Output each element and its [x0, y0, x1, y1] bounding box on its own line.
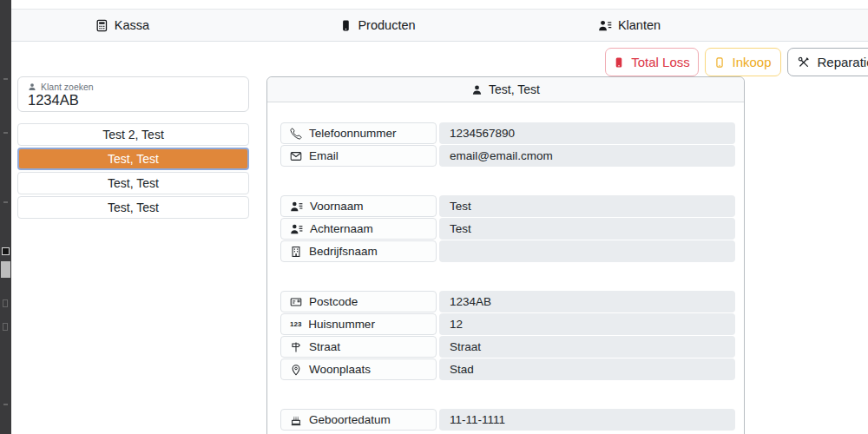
envelope-icon [290, 150, 302, 162]
client-list-item[interactable]: Test, Test [17, 172, 249, 194]
field-label-text: Huisnummer [308, 318, 375, 331]
geo-pin-icon [290, 364, 302, 376]
nav-tab-label: Producten [358, 18, 415, 32]
strip-swatch-icon [2, 247, 10, 255]
field-value [439, 240, 735, 262]
field-row-bedrijfsnaam: Bedrijfsnaam [280, 240, 735, 262]
field-row-achternaam: Achternaam Test [280, 218, 735, 240]
name-group: Voornaam Test Achternaam Test [280, 195, 735, 262]
app-window: Kassa Producten Klanten [0, 0, 868, 434]
field-row-email: Email email@email.cmom [280, 145, 735, 167]
nav-tab-kassa[interactable]: Kassa [95, 10, 149, 41]
field-label: Postcode [280, 291, 437, 312]
client-list: Test 2, Test Test, Test Test, Test Test,… [17, 123, 249, 220]
numbers-123-icon: 123 [290, 321, 301, 328]
field-label: 123 Huisnummer [280, 313, 437, 335]
field-label: Bedrijfsnaam [280, 240, 437, 262]
phone-fill-icon [339, 19, 352, 32]
person-lines-icon [290, 201, 303, 213]
field-value: 1234567890 [439, 122, 735, 144]
field-row-telefoonnummer: Telefoonnummer 1234567890 [280, 122, 735, 144]
reparatie-button[interactable]: Reparatie [787, 48, 868, 76]
field-label-text: Voornaam [310, 200, 364, 213]
field-label-text: Geboortedatum [309, 413, 391, 426]
button-label: Inkoop [732, 55, 771, 69]
strip-glyph [3, 323, 8, 331]
field-label: Achternaam [280, 218, 437, 240]
field-label-text: Achternaam [310, 222, 373, 235]
field-label: Email [280, 145, 437, 167]
field-row-geboortedatum: Geboortedatum 11-11-1111 [280, 409, 735, 431]
client-search-card: Klant zoeken [17, 76, 249, 112]
client-detail-title: Test, Test [489, 82, 540, 96]
field-label-text: Postcode [309, 295, 358, 308]
field-label-text: Bedrijfsnaam [309, 245, 378, 258]
phone-outline-icon [714, 56, 725, 69]
signpost-icon [290, 341, 302, 353]
field-value: Straat [439, 336, 735, 358]
field-value: Test [439, 195, 735, 217]
client-detail-card: Test, Test Telefoonnummer 1234567890 [266, 76, 745, 434]
total-loss-button[interactable]: Total Loss [605, 48, 699, 76]
birthdate-group: Geboortedatum 11-11-1111 [280, 409, 735, 431]
client-detail-header: Test, Test [267, 77, 744, 102]
telephone-icon [290, 128, 302, 140]
inkoop-button[interactable]: Inkoop [705, 48, 781, 76]
postcard-icon [290, 296, 302, 308]
strip-glyph [3, 78, 8, 80]
field-label-text: Email [309, 149, 339, 162]
person-lines-icon [598, 19, 612, 32]
button-label: Total Loss [631, 55, 690, 69]
client-list-item[interactable]: Test, Test [17, 196, 249, 219]
button-label: Reparatie [817, 55, 868, 69]
client-search-label-text: Klant zoeken [41, 82, 94, 92]
person-lines-icon [290, 223, 303, 235]
top-navbar: Kassa Producten Klanten [11, 9, 868, 42]
client-search-label: Klant zoeken [28, 82, 239, 92]
field-value: email@email.cmom [439, 145, 735, 167]
field-row-woonplaats: Woonplaats Stad [280, 358, 735, 380]
client-list-item[interactable]: Test 2, Test [17, 123, 249, 146]
cash-register-icon [95, 19, 108, 32]
strip-glyph [3, 404, 8, 405]
field-label: Telefoonnummer [280, 122, 437, 144]
nav-tab-producten[interactable]: Producten [339, 10, 415, 41]
contact-group: Telefoonnummer 1234567890 Email email@em… [280, 122, 735, 167]
field-value: Stad [439, 358, 735, 380]
field-row-straat: Straat Straat [280, 336, 735, 358]
person-icon [471, 84, 483, 95]
field-label: Voornaam [280, 195, 437, 217]
person-icon [28, 82, 36, 91]
nav-tab-label: Kassa [115, 18, 149, 32]
client-list-item-selected[interactable]: Test, Test [17, 148, 249, 170]
field-row-postcode: Postcode 1234AB [280, 291, 735, 312]
client-search-input[interactable] [28, 92, 239, 108]
strip-glyph [3, 201, 8, 203]
cake-icon [290, 414, 302, 426]
client-detail-body: Telefoonnummer 1234567890 Email email@em… [267, 102, 744, 431]
field-label-text: Straat [309, 340, 340, 353]
field-label: Geboortedatum [280, 409, 437, 431]
field-value: 12 [439, 313, 735, 335]
nav-tab-label: Klanten [618, 18, 661, 32]
field-row-huisnummer: 123 Huisnummer 12 [280, 313, 735, 335]
strip-scroll-thumb [1, 261, 10, 278]
strip-glyph [3, 299, 8, 307]
tools-icon [798, 56, 810, 69]
field-value: 1234AB [439, 291, 735, 312]
building-icon [290, 246, 302, 258]
field-value: 11-11-1111 [439, 409, 735, 431]
field-label: Straat [280, 336, 437, 358]
address-group: Postcode 1234AB 123 Huisnummer 12 [280, 291, 735, 380]
field-value: Test [439, 218, 735, 240]
strip-glyph [3, 132, 8, 134]
background-window-strip [0, 0, 11, 434]
field-row-voornaam: Voornaam Test [280, 195, 735, 217]
field-label-text: Woonplaats [309, 363, 371, 376]
field-label: Woonplaats [280, 358, 437, 380]
field-label-text: Telefoonnummer [309, 127, 397, 140]
nav-tab-klanten[interactable]: Klanten [598, 10, 661, 41]
phone-fill-icon [614, 56, 624, 69]
